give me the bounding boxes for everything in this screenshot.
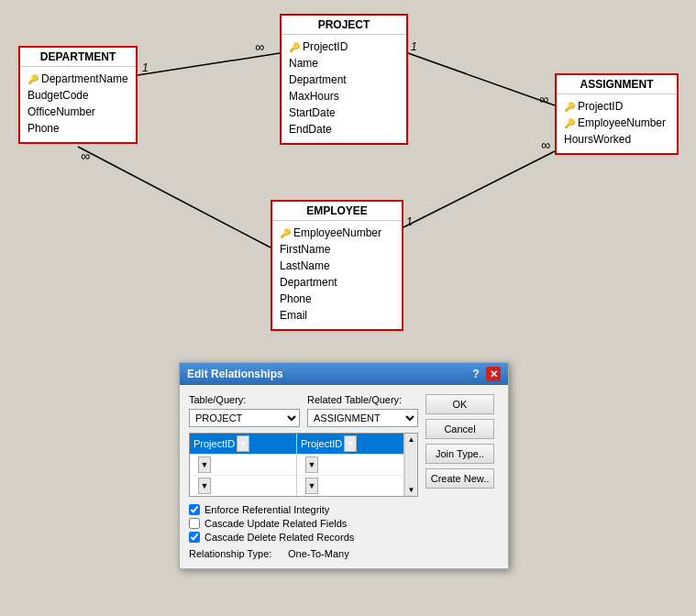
field-row: HoursWorked	[564, 131, 669, 148]
entity-project: PROJECT🔑ProjectIDNameDepartmentMaxHoursS…	[280, 14, 408, 145]
svg-text:1: 1	[411, 40, 417, 53]
field-name: EmployeeNumber	[578, 115, 666, 131]
field-row: OfficeNumber	[28, 104, 128, 120]
left-fields-col: ProjectID ▼ ▼ ▼	[190, 434, 297, 496]
table-query-label: Table/Query:	[189, 394, 300, 405]
field-name: BudgetCode	[28, 87, 89, 104]
field-name: ProjectID	[303, 38, 348, 55]
entity-department: DEPARTMENT🔑DepartmentNameBudgetCodeOffic…	[18, 46, 138, 144]
entity-fields-assignment: 🔑ProjectID🔑EmployeeNumberHoursWorked	[557, 94, 677, 153]
field-name: Department	[289, 72, 347, 88]
field-row-right-1[interactable]: ProjectID ▼	[297, 434, 403, 455]
cascade-delete-label: Cascade Delete Related Records	[204, 532, 354, 543]
field-name: Department	[280, 274, 337, 291]
cascade-delete-checkbox[interactable]	[189, 532, 200, 543]
field-row: LastName	[280, 258, 394, 274]
field-dropdown-right-1[interactable]: ▼	[344, 435, 357, 452]
field-name: StartDate	[289, 104, 336, 121]
dialog-right-panel: OK Cancel Join Type.. Create New..	[425, 394, 499, 559]
svg-line-0	[138, 53, 280, 75]
svg-text:∞: ∞	[539, 92, 548, 106]
field-row: Phone	[280, 291, 394, 307]
field-dropdown-left-3[interactable]: ▼	[198, 478, 211, 494]
entity-header-department: DEPARTMENT	[20, 48, 136, 67]
field-name: Phone	[280, 291, 312, 307]
key-icon: 🔑	[564, 100, 575, 114]
field-name-left-1: ProjectID	[193, 438, 235, 449]
cascade-update-row: Cascade Update Related Fields	[189, 518, 418, 529]
relationship-type-row: Relationship Type: One-To-Many	[189, 548, 418, 559]
field-row: Name	[289, 55, 399, 72]
enforce-referential-label: Enforce Referential Integrity	[204, 504, 329, 515]
field-row: 🔑EmployeeNumber	[280, 225, 394, 241]
cascade-update-checkbox[interactable]	[189, 518, 200, 529]
cascade-update-label: Cascade Update Related Fields	[204, 518, 347, 529]
field-name: DepartmentName	[41, 71, 128, 87]
field-row: Phone	[28, 120, 128, 137]
field-dropdown-right-3[interactable]: ▼	[305, 478, 318, 494]
table-query-select[interactable]: PROJECT	[189, 409, 300, 427]
entity-header-assignment: ASSIGNMENT	[557, 75, 677, 94]
create-new-button[interactable]: Create New..	[425, 468, 494, 489]
dialog-body: Table/Query: Related Table/Query: PROJEC…	[180, 385, 508, 568]
svg-line-6	[78, 147, 271, 248]
table-dropdown-col: PROJECT	[189, 409, 300, 427]
svg-text:∞: ∞	[255, 39, 264, 54]
field-name: LastName	[280, 258, 330, 274]
key-icon: 🔑	[28, 72, 39, 86]
join-type-button[interactable]: Join Type..	[425, 444, 494, 464]
field-name-right-1: ProjectID	[301, 438, 342, 449]
key-icon: 🔑	[289, 40, 300, 54]
field-row: BudgetCode	[28, 87, 128, 104]
fields-scrollbar[interactable]: ▲ ▼	[404, 434, 417, 496]
field-dropdown-left-2[interactable]: ▼	[198, 456, 211, 473]
rel-type-value: One-To-Many	[288, 548, 349, 559]
field-name: Name	[289, 55, 318, 72]
field-row-right-2[interactable]: ▼	[297, 455, 403, 476]
field-name: Email	[280, 307, 307, 324]
scroll-down-arrow[interactable]: ▼	[406, 484, 417, 496]
field-row: EndDate	[289, 121, 399, 138]
scroll-up-arrow[interactable]: ▲	[406, 434, 417, 446]
related-table-select[interactable]: ASSIGNMENT	[307, 409, 418, 427]
field-row: Email	[280, 307, 394, 324]
field-row: 🔑ProjectID	[289, 38, 399, 55]
related-dropdown-col: ASSIGNMENT	[307, 409, 418, 427]
field-dropdown-right-2[interactable]: ▼	[305, 456, 318, 473]
field-name: EmployeeNumber	[293, 225, 381, 241]
help-button[interactable]: ?	[469, 367, 483, 381]
cascade-delete-row: Cascade Delete Related Records	[189, 532, 418, 543]
svg-text:∞: ∞	[541, 138, 550, 152]
key-icon: 🔑	[564, 116, 575, 130]
edit-relationships-dialog[interactable]: Edit Relationships ? ✕ Table/Query: Rela…	[179, 362, 509, 569]
titlebar-buttons: ? ✕	[469, 367, 501, 381]
diagram-area: 1 ∞ 1 ∞ ∞ 1 ∞ DEPARTMENT🔑DepartmentNameB…	[0, 0, 696, 358]
field-dropdown-left-1[interactable]: ▼	[237, 435, 249, 452]
entity-fields-project: 🔑ProjectIDNameDepartmentMaxHoursStartDat…	[282, 35, 406, 143]
field-name: ProjectID	[578, 98, 623, 115]
field-name: EndDate	[289, 121, 332, 138]
ok-button[interactable]: OK	[425, 394, 494, 414]
cancel-button[interactable]: Cancel	[425, 419, 494, 439]
field-row: Department	[289, 72, 399, 88]
table-dropdowns: PROJECT ASSIGNMENT	[189, 409, 418, 427]
svg-text:∞: ∞	[81, 148, 90, 163]
field-row: 🔑DepartmentName	[28, 71, 128, 87]
svg-text:1: 1	[142, 61, 149, 74]
field-name: OfficeNumber	[28, 104, 95, 120]
field-name: Phone	[28, 120, 60, 137]
field-row-left-2[interactable]: ▼	[190, 455, 296, 476]
svg-line-3	[408, 53, 555, 105]
field-name: MaxHours	[289, 88, 339, 104]
field-name: FirstName	[280, 241, 330, 258]
entity-fields-department: 🔑DepartmentNameBudgetCodeOfficeNumberPho…	[20, 67, 136, 142]
field-row-right-3[interactable]: ▼	[297, 476, 403, 496]
entity-fields-employee: 🔑EmployeeNumberFirstNameLastNameDepartme…	[272, 221, 402, 329]
field-row: FirstName	[280, 241, 394, 258]
field-row-left-1[interactable]: ProjectID ▼	[190, 434, 296, 455]
field-name: HoursWorked	[564, 131, 631, 148]
enforce-referential-checkbox[interactable]	[189, 504, 200, 515]
dialog-titlebar: Edit Relationships ? ✕	[180, 363, 508, 385]
field-row-left-3[interactable]: ▼	[190, 476, 296, 496]
close-button[interactable]: ✕	[486, 367, 501, 381]
